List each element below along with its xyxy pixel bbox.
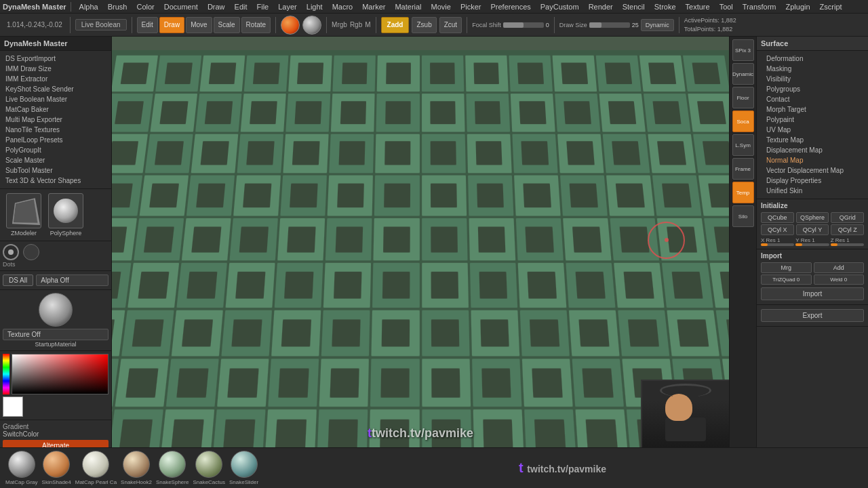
dynamic-side-button[interactable]: Dynamic bbox=[732, 63, 754, 85]
triquad-button[interactable]: TriZQuad 0 bbox=[761, 274, 812, 285]
matcap-snakehook2[interactable]: SnakeHook2 bbox=[121, 451, 152, 485]
foreground-color-swatch[interactable] bbox=[3, 396, 23, 417]
mrgb-label[interactable]: Mrgb bbox=[332, 21, 347, 28]
zsub-button[interactable]: Zsub bbox=[412, 17, 436, 33]
menu-transform[interactable]: Transform bbox=[738, 1, 781, 12]
ds-all-button[interactable]: DS All bbox=[3, 274, 33, 286]
import-button[interactable]: Import bbox=[761, 287, 864, 300]
menu-zplugin[interactable]: Zplugin bbox=[782, 1, 814, 12]
polygroups-item[interactable]: Polygroups bbox=[761, 84, 864, 94]
menu-subtool-master[interactable]: SubTool Master bbox=[3, 165, 108, 176]
qsphere-button[interactable]: QSphere bbox=[796, 212, 829, 223]
scale-button[interactable]: Scale bbox=[214, 17, 240, 33]
menu-macro[interactable]: Macro bbox=[328, 1, 357, 12]
menu-imm-extractor[interactable]: IMM Extractor bbox=[3, 74, 108, 84]
lsym-button[interactable]: L.Sym bbox=[732, 134, 754, 156]
zadd-button[interactable]: Zadd bbox=[381, 17, 410, 33]
weld-button[interactable]: Weld 0 bbox=[814, 274, 865, 285]
m-label[interactable]: M bbox=[365, 21, 370, 28]
menu-matcap-baker[interactable]: MatCap Baker bbox=[3, 104, 108, 115]
temp-button[interactable]: Temp bbox=[732, 182, 754, 203]
qcylx-button[interactable]: QCyl X bbox=[761, 224, 794, 235]
alpha-off-button[interactable]: Alpha Off bbox=[36, 274, 108, 286]
menu-movie[interactable]: Movie bbox=[427, 1, 455, 12]
menu-polygroupit[interactable]: PolyGroupIt bbox=[3, 145, 108, 155]
texture-off-button[interactable]: Texture Off bbox=[3, 329, 108, 340]
add-button[interactable]: Add bbox=[814, 262, 865, 273]
menu-keyshot[interactable]: KeyShot Scale Sender bbox=[3, 84, 108, 94]
morph-target-item[interactable]: Morph Target bbox=[761, 104, 864, 115]
menu-tool[interactable]: Tool bbox=[715, 1, 737, 12]
menu-text-3d[interactable]: Text 3D & Vector Shapes bbox=[3, 176, 108, 186]
menu-zscript[interactable]: Zscript bbox=[816, 1, 846, 12]
menu-layer[interactable]: Layer bbox=[274, 1, 301, 12]
qcube-button[interactable]: QCube bbox=[761, 212, 794, 223]
menu-preferences[interactable]: Preferences bbox=[486, 1, 534, 12]
menu-texture[interactable]: Texture bbox=[682, 1, 714, 12]
menu-light[interactable]: Light bbox=[302, 1, 327, 12]
matcap-snakecactus[interactable]: SnakeCactus bbox=[193, 451, 225, 485]
menu-file[interactable]: File bbox=[253, 1, 273, 12]
spix3-button[interactable]: SPix 3 bbox=[732, 39, 754, 61]
rgb-label[interactable]: Rgb bbox=[350, 21, 362, 28]
display-properties-item[interactable]: Display Properties bbox=[761, 176, 864, 186]
zmodeler-tool[interactable]: ZModeler bbox=[4, 193, 43, 237]
menu-live-boolean[interactable]: Live Boolean Master bbox=[3, 94, 108, 104]
dynamic-button[interactable]: Dynamic bbox=[641, 19, 674, 31]
xres-slider[interactable] bbox=[761, 243, 794, 246]
draw-size-slider[interactable] bbox=[589, 22, 630, 28]
silo-button[interactable]: Silo bbox=[732, 205, 754, 227]
zcut-button[interactable]: Zcut bbox=[439, 17, 462, 33]
menu-nanotile[interactable]: NanoTile Textures bbox=[3, 125, 108, 135]
dot-circle2[interactable] bbox=[23, 244, 39, 260]
color-picker-field[interactable] bbox=[12, 354, 108, 394]
unified-skin-item[interactable]: Unified Skin bbox=[761, 186, 864, 196]
move-button[interactable]: Move bbox=[186, 17, 212, 33]
menu-stroke[interactable]: Stroke bbox=[650, 1, 680, 12]
normal-map-item[interactable]: Normal Map bbox=[761, 155, 864, 165]
texture-map-item[interactable]: Texture Map bbox=[761, 135, 864, 145]
switch-color-label[interactable]: SwitchColor bbox=[3, 430, 108, 438]
matcap-snakeslider[interactable]: SnakeSlider bbox=[229, 451, 258, 485]
displacement-map-item[interactable]: Displacement Map bbox=[761, 145, 864, 155]
polypaint-item[interactable]: Polypaint bbox=[761, 115, 864, 125]
qcylz-button[interactable]: QCyl Z bbox=[831, 224, 864, 235]
menu-render[interactable]: Render bbox=[585, 1, 617, 12]
menu-stencil[interactable]: Stencil bbox=[618, 1, 649, 12]
draw-button[interactable]: Draw bbox=[159, 17, 184, 33]
menu-imm-draw[interactable]: IMM Draw Size bbox=[3, 64, 108, 74]
menu-paycustom[interactable]: PayCustom bbox=[536, 1, 583, 12]
menu-color[interactable]: Color bbox=[132, 1, 158, 12]
qgrid-button[interactable]: QGrid bbox=[831, 212, 864, 223]
menu-document[interactable]: Document bbox=[160, 1, 202, 12]
menu-marker[interactable]: Marker bbox=[358, 1, 389, 12]
contact-item[interactable]: Contact bbox=[761, 94, 864, 104]
matcap-gray[interactable]: MatCap Gray bbox=[5, 451, 38, 485]
surface-title[interactable]: Surface bbox=[761, 38, 788, 49]
visibility-item[interactable]: Visibility bbox=[761, 74, 864, 84]
uv-map-item[interactable]: UV Map bbox=[761, 125, 864, 135]
menu-alpha[interactable]: Alpha bbox=[75, 1, 102, 12]
hue-slider[interactable] bbox=[3, 354, 9, 394]
canvas-area[interactable]: ttwitch.tv/pavmike bbox=[112, 37, 729, 447]
soca-button[interactable]: Soca bbox=[732, 110, 754, 132]
floor-button[interactable]: Floor bbox=[732, 87, 754, 108]
mrg-button[interactable]: Mrg bbox=[761, 262, 812, 273]
export-button[interactable]: Export bbox=[761, 309, 864, 322]
menu-material[interactable]: Material bbox=[391, 1, 425, 12]
matcap-skinshade4[interactable]: SkinShade4 bbox=[42, 451, 71, 485]
menu-edit[interactable]: Edit bbox=[231, 1, 252, 12]
matcap-snakesphere[interactable]: SnakeSphere bbox=[156, 451, 189, 485]
zres-slider[interactable] bbox=[831, 243, 864, 246]
matcap-pearl[interactable]: MatCap Pearl Ca bbox=[75, 451, 117, 485]
alternate-button[interactable]: Alternate bbox=[3, 440, 108, 447]
focal-shift-slider[interactable] bbox=[503, 22, 544, 28]
edit-button[interactable]: Edit bbox=[137, 17, 158, 33]
menu-picker[interactable]: Picker bbox=[456, 1, 486, 12]
menu-multi-map[interactable]: Multi Map Exporter bbox=[3, 115, 108, 125]
live-boolean-button[interactable]: Live Boolean bbox=[75, 19, 127, 30]
vector-displacement-item[interactable]: Vector Displacement Map bbox=[761, 165, 864, 176]
menu-panelloop[interactable]: PanelLoop Presets bbox=[3, 135, 108, 145]
yres-slider[interactable] bbox=[795, 243, 829, 246]
frame-button[interactable]: Frame bbox=[732, 158, 754, 180]
